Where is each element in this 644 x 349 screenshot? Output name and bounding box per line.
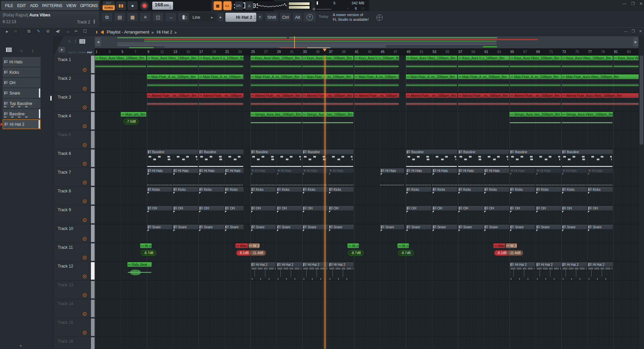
- track-mute-solo-dots[interactable]: ···: [66, 238, 71, 241]
- record-button[interactable]: [140, 1, 149, 10]
- playlist-clip[interactable]: Bassline: [509, 150, 561, 168]
- playlist-clip[interactable]: ↦Altered Flute_..es_168bpm_Bm: [302, 93, 354, 111]
- track-color-strip[interactable]: [91, 206, 95, 223]
- track-arm-button[interactable]: [83, 181, 87, 184]
- gain-badge[interactable]: -8.7dB: [348, 250, 363, 256]
- picker-item-oh[interactable]: OH: [3, 78, 41, 88]
- track-header[interactable]: Track 8···: [54, 187, 95, 206]
- playlist-clip[interactable]: ↦Rafa..Beat: [127, 262, 152, 280]
- track-arm-button[interactable]: [83, 87, 87, 91]
- playlist-clip[interactable]: ↦Keys_Aura Vibes_168bpm_Bm: [251, 56, 302, 74]
- playlist-clip[interactable]: OH: [276, 206, 302, 224]
- playlist-clip[interactable]: ✕Hi Hats: [328, 168, 354, 186]
- playlist-clip[interactable]: Bassline: [251, 150, 302, 168]
- picker-item-kicks[interactable]: Kicks: [3, 67, 41, 77]
- playlist-clip[interactable]: OH: [147, 206, 172, 224]
- timeline-ruler[interactable]: 1357911131517192123252729313335373941434…: [95, 49, 639, 55]
- record-source-select[interactable]: Line ▶: [190, 13, 215, 21]
- track-header[interactable]: Track 7···: [54, 168, 95, 187]
- track-mute-solo-dots[interactable]: ···: [66, 313, 71, 316]
- playlist-clip[interactable]: ↦Main Flute_A..es_168bpm_Bm: [199, 74, 244, 93]
- playlist-clip[interactable]: OH: [536, 206, 561, 224]
- slide-tool-icon[interactable]: ⧉: [28, 29, 31, 34]
- playlist-clip[interactable]: Hi Hats: [484, 168, 509, 186]
- playlist-clip[interactable]: ↦Main Flute_A..es_168bpm_Bm: [406, 74, 457, 93]
- track-arm-button[interactable]: [83, 106, 87, 109]
- pattern-clips-tab-icon[interactable]: [79, 39, 85, 44]
- pat-mode-button[interactable]: PAT: [103, 1, 115, 5]
- scroll-right-button[interactable]: ▶: [633, 38, 638, 46]
- playlist-overview[interactable]: [95, 36, 639, 49]
- maximize-button[interactable]: ❐: [631, 1, 635, 6]
- song-mode-button[interactable]: SONG: [103, 5, 115, 10]
- picker-item-hi-hats[interactable]: Hi Hats: [3, 57, 41, 67]
- playlist-clip[interactable]: OH: [458, 206, 483, 224]
- playlist-clip[interactable]: ↦Main Flute_A..es_168bpm_Bm: [354, 74, 399, 93]
- playhead-marker-icon[interactable]: [323, 49, 327, 52]
- playlist-clip[interactable]: ↦Strings_Aura..bes_168bpm_Bm: [509, 112, 561, 130]
- menu-patterns[interactable]: PATTERNS: [40, 3, 64, 8]
- menu-view[interactable]: VIEW: [64, 3, 78, 8]
- playlist-clip[interactable]: Snare: [199, 225, 224, 243]
- playlist-clip[interactable]: OH: [432, 206, 458, 224]
- track-header[interactable]: Track 13···: [54, 281, 95, 299]
- gain-badge[interactable]: -11.4dB: [249, 250, 266, 256]
- playlist-clip[interactable]: Snare: [484, 225, 509, 243]
- track-color-strip[interactable]: [91, 56, 95, 73]
- playlist-clip[interactable]: OH: [224, 206, 243, 224]
- mixer-button[interactable]: ≡: [140, 12, 151, 22]
- playlist-clip[interactable]: Hi Hat 2: [561, 262, 587, 280]
- playlist-clip[interactable]: Hi Hats: [147, 168, 172, 186]
- track-arm-button[interactable]: [83, 218, 87, 222]
- playlist-clip[interactable]: ✕Hi Hats: [536, 168, 561, 186]
- playlist-clip[interactable]: Kicks: [458, 187, 483, 205]
- playlist-clip[interactable]: Snare: [536, 225, 561, 243]
- patterns-tab-icon[interactable]: [6, 48, 12, 52]
- mini-play-button[interactable]: ▶: [218, 13, 223, 21]
- playlist-clip[interactable]: ✕Hi Hats: [561, 168, 587, 186]
- tempo-display[interactable]: 168.000 ▴▾: [152, 2, 173, 10]
- playlist-clip[interactable]: Snare: [380, 225, 404, 243]
- scroll-left-button[interactable]: ◀: [95, 38, 101, 46]
- track-mute-solo-dots[interactable]: ···: [66, 163, 71, 166]
- picker-item-top-bassline[interactable]: Top Bassline: [3, 99, 41, 108]
- playlist-clip[interactable]: ↦Keys_Aura Vibes_168bpm_Bm: [561, 56, 613, 74]
- playlist-clip[interactable]: ↦Main Flute_A..es_168bpm_Bm: [251, 74, 302, 93]
- playlist-clip[interactable]: Kicks: [199, 187, 224, 205]
- playlist-clip[interactable]: ↦W..n 1: [397, 243, 409, 248]
- track-mute-solo-dots[interactable]: ···: [66, 332, 71, 335]
- playlist-clip[interactable]: ↦Keys_Aura Vibes_168bpm_Bm: [406, 56, 457, 74]
- audio-clips-tab-icon[interactable]: ∿: [68, 39, 71, 44]
- playlist-clip[interactable]: Hi Hat 2: [276, 262, 302, 280]
- playlist-clip[interactable]: OH: [328, 206, 354, 224]
- audio-record-button[interactable]: [178, 12, 189, 22]
- add-track-button[interactable]: +: [19, 343, 22, 348]
- metronome-button[interactable]: ∆: [245, 1, 253, 10]
- playlist-clip[interactable]: Hi Hat 2: [587, 262, 613, 280]
- playlist-clip[interactable]: OH: [173, 206, 198, 224]
- playlist-clip[interactable]: ↦W..3: [506, 243, 517, 248]
- track-color-strip[interactable]: [91, 131, 95, 148]
- track-header[interactable]: Track 11···: [54, 243, 95, 262]
- playlist-clip[interactable]: ✕Hi Hats: [276, 168, 302, 186]
- minimize-button[interactable]: —: [622, 1, 626, 6]
- playlist-clip[interactable]: Snare: [173, 225, 198, 243]
- playlist-menu-icon[interactable]: ▶: [6, 30, 8, 33]
- playlist-clip[interactable]: Hi Hat 2: [251, 262, 276, 280]
- snap-magnet-icon[interactable]: ∩: [14, 29, 17, 34]
- track-arm-button[interactable]: [83, 275, 87, 278]
- track-mute-solo-dots[interactable]: ···: [66, 275, 71, 279]
- playlist-clip[interactable]: Snare: [406, 225, 431, 243]
- audio-tab-icon[interactable]: ∿: [19, 48, 23, 53]
- close-button[interactable]: ✕: [639, 1, 643, 6]
- playlist-clip[interactable]: ↦Main Flute_A..es_168bpm_Bm: [147, 74, 198, 93]
- track-mute-solo-dots[interactable]: ···: [66, 219, 71, 222]
- playlist-clip[interactable]: ↦Strings_Aura..bes_168bpm_Bm: [302, 112, 354, 130]
- playlist-clip[interactable]: ↦Altered Flute_..es_168bpm_Bm: [354, 93, 399, 111]
- track-color-strip[interactable]: [91, 225, 95, 242]
- playlist-clip[interactable]: ↦Altered Flute_..es_168bpm_Bm: [147, 93, 198, 111]
- tempo-spinner-icon[interactable]: ▴▾: [170, 4, 171, 9]
- track-color-strip[interactable]: [91, 168, 95, 186]
- playlist-clip[interactable]: Bassline: [561, 150, 613, 168]
- playlist-clip[interactable]: Snare: [561, 225, 587, 243]
